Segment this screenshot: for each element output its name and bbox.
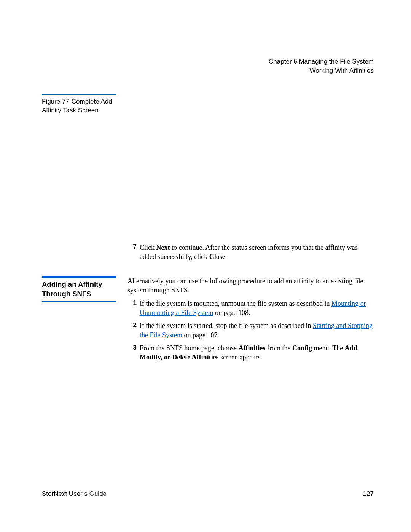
step-text: From the SNFS home page, choose Affiniti… [140,343,374,362]
step-number: 3 [127,343,140,362]
figure-image-placeholder [127,94,374,239]
step-1: 1 If the file system is mounted, unmount… [127,299,374,318]
step-text: Click Next to continue. After the status… [140,243,374,262]
step-7: 7 Click Next to continue. After the stat… [127,243,374,262]
section-intro: Alternatively you can use the following … [127,276,374,295]
step-2: 2 If the file system is started, stop th… [127,321,374,340]
figure-caption: Figure 77Complete Add Affinity Task Scre… [42,97,116,115]
footer-page-number: 127 [363,490,374,498]
step-text: If the file system is mounted, unmount t… [140,299,374,318]
page-header: Chapter 6 Managing the File System Worki… [42,57,374,75]
step-number: 1 [127,299,140,318]
page-footer: StorNext User s Guide 127 [42,490,374,498]
caption-rule [42,94,116,95]
step-text: If the file system is started, stop the … [140,321,374,340]
page: Chapter 6 Managing the File System Worki… [0,0,411,532]
header-topic: Working With Affinities [42,66,374,75]
figure-number: Figure 77 [42,98,69,105]
step-3: 3 From the SNFS home page, choose Affini… [127,343,374,362]
footer-guide-name: StorNext User s Guide [42,490,107,498]
step-number: 2 [127,321,140,340]
heading-line1: Adding an Affinity [42,280,116,289]
step-number: 7 [127,243,140,262]
section-heading: Adding an Affinity Through SNFS [42,276,127,305]
heading-line2: Through SNFS [42,289,116,299]
header-chapter: Chapter 6 Managing the File System [42,57,374,66]
